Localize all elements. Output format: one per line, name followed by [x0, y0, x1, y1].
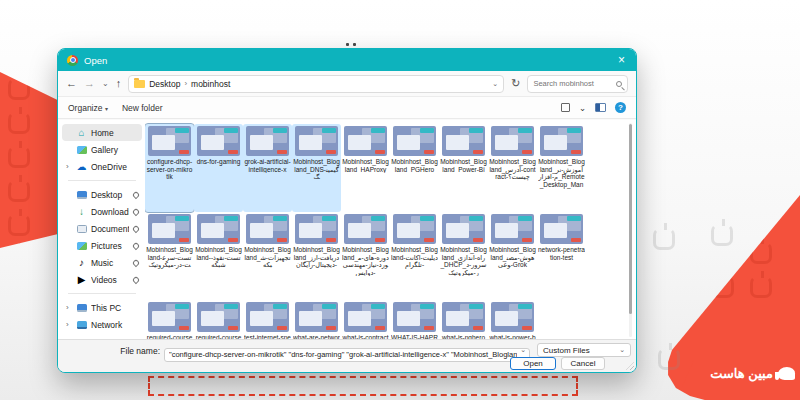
thumbnail-ribbon — [371, 128, 385, 133]
home-icon: ⌂ — [76, 127, 87, 138]
scrollbar-thumb[interactable] — [629, 124, 632, 314]
downloads-icon: ↓ — [76, 206, 87, 217]
brand-watermark-icon — [674, 276, 696, 298]
file-grid: configure-dhcp-server-on-mikrotik dns-fo… — [145, 120, 625, 340]
file-item[interactable]: Mobinhost_Blogland_هوش-مصنوعی-Grok — [488, 212, 537, 300]
file-item[interactable]: Mobinhost_Blogland-تست-نفوذ-شبکه — [194, 212, 243, 300]
pin-icon — [132, 207, 140, 215]
breadcrumb-mobinhost[interactable]: mobinhost — [191, 79, 230, 89]
file-item[interactable]: configure-dhcp-server-on-mikrotik — [145, 124, 194, 212]
file-item[interactable]: required-courses-for-network-spe — [194, 300, 243, 340]
sidebar-item-home[interactable]: › ⌂ Home — [62, 124, 142, 141]
help-icon[interactable]: ? — [615, 102, 626, 113]
file-item[interactable]: Mobinhost_Blogland_آموزش-نرم-افزار_Remot… — [537, 124, 586, 212]
refresh-icon[interactable]: ↻ — [511, 77, 520, 90]
chevron-right-icon[interactable]: › — [66, 163, 72, 171]
chevron-down-icon[interactable]: ⌄ — [520, 346, 526, 354]
sidebar-item-label: Documents — [91, 224, 129, 234]
search-input[interactable] — [533, 79, 613, 88]
brand-watermark-icon — [8, 146, 30, 168]
network-icon — [76, 319, 87, 330]
forward-icon[interactable]: → — [84, 78, 95, 89]
file-item[interactable]: Mobinhost_Blogland_DNS-گیمینگ — [292, 124, 341, 212]
file-item[interactable]: Mobinhost_Blogland_تجهیزات-شبکه — [243, 212, 292, 300]
organize-button[interactable]: Organize ▾ — [68, 103, 108, 113]
file-thumbnail — [491, 126, 534, 156]
sidebar-separator — [68, 293, 136, 294]
chevron-right-icon[interactable]: › — [66, 304, 72, 312]
resize-grip[interactable] — [626, 362, 634, 370]
file-item[interactable]: what-are-network-equipment — [292, 300, 341, 340]
file-type-select[interactable]: Custom Files ⌄ — [537, 343, 631, 357]
thumbnail-ribbon — [567, 128, 581, 133]
file-item[interactable]: Mobinhost_Blogland_راه-اندازی_DHCP_سرور-… — [439, 212, 488, 300]
cancel-button[interactable]: Cancel — [561, 357, 605, 370]
file-item[interactable]: Mobinhost_Blogland_دوره-های-مورد-نیاز-مه… — [341, 212, 390, 300]
file-item[interactable]: what-is-power-bi — [488, 300, 537, 340]
file-item[interactable]: Mobinhost_Blogland_آدرس-contract-چیست؟ — [488, 124, 537, 212]
sidebar-item-gallery[interactable]: › Gallery — [62, 141, 142, 158]
sidebar-item-desktop[interactable]: › Desktop — [62, 186, 142, 203]
file-item[interactable]: test-internet-speed-on-mikrotik — [243, 300, 292, 340]
file-name-label: network-penetration-test — [538, 246, 585, 261]
thumbnail-ribbon — [420, 304, 434, 309]
sidebar-item-videos[interactable]: › ▶ Videos — [62, 271, 142, 288]
sidebar-item-label: Gallery — [91, 145, 139, 155]
breadcrumb-desktop[interactable]: Desktop — [149, 79, 180, 89]
thumbnail-ribbon — [273, 216, 287, 221]
sidebar-item-music[interactable]: › ♪ Music — [62, 254, 142, 271]
file-item[interactable]: dns-for-gaming — [194, 124, 243, 212]
file-item[interactable]: Mobinhost_Blogland_HAProxy — [341, 124, 390, 212]
sidebar-item-downloads[interactable]: › ↓ Downloads — [62, 203, 142, 220]
view-options-icon[interactable] — [561, 103, 570, 112]
thumbnail-ribbon — [518, 216, 532, 221]
search-box[interactable] — [527, 75, 628, 93]
file-item[interactable]: network-penetration-test — [537, 212, 586, 300]
file-name-label: configure-dhcp-server-on-mikrotik — [146, 158, 193, 181]
up-icon[interactable]: ↑ — [116, 78, 122, 89]
sidebar-item-pictures[interactable]: › Pictures — [62, 237, 142, 254]
brand-watermark-icon — [711, 224, 733, 246]
file-name-label: Mobinhost_Blogland_تجهیزات-شبکه — [244, 246, 291, 269]
sidebar-item-this-pc[interactable]: › This PC — [62, 299, 142, 316]
file-name-input[interactable] — [164, 348, 530, 362]
file-item[interactable]: WHAT-IS-HAPROXY — [390, 300, 439, 340]
thumbnail-ribbon — [224, 304, 238, 309]
thumbnail-ribbon — [273, 128, 287, 133]
chevron-down-icon[interactable]: ⌄ — [579, 103, 586, 113]
file-item[interactable]: required-courses-for-devops-engi — [145, 300, 194, 340]
chevron-right-icon[interactable]: › — [66, 321, 72, 329]
new-folder-button[interactable]: New folder — [122, 103, 163, 113]
back-icon[interactable]: ← — [66, 78, 77, 89]
sidebar-item-documents[interactable]: › Documents — [62, 220, 142, 237]
file-thumbnail — [540, 214, 583, 244]
file-name-label: Mobinhost_Blogland_آموزش-نرم-افزار_Remot… — [538, 158, 585, 190]
file-item[interactable]: grok-ai-artificial-intelligence-x — [243, 124, 292, 212]
file-thumbnail — [197, 302, 240, 332]
chevron-down-icon[interactable]: ⌄ — [492, 80, 498, 88]
pin-icon — [132, 241, 140, 249]
file-item[interactable]: what-is-pghero — [439, 300, 488, 340]
breadcrumb[interactable]: Desktop › mobinhost ⌄ — [128, 75, 504, 93]
file-name-combobox[interactable]: ⌄ — [164, 343, 530, 357]
file-item[interactable]: what-is-contract-address — [341, 300, 390, 340]
brand-watermark-icon — [658, 348, 680, 370]
brand-watermark-icon — [750, 208, 772, 230]
brand-watermark-icon — [750, 242, 772, 264]
thumbnail-ribbon — [273, 304, 287, 309]
file-name-label: Mobinhost_Blogland-دیلیت-اکانت-تلگرام — [391, 246, 438, 269]
mobinhost-brand-banner: مبین هاست — [682, 360, 800, 387]
recent-locations-icon[interactable]: ⌄ — [102, 80, 109, 88]
file-item[interactable]: Mobinhost_Blogland-تست-سرعت-در-میکروتیک — [145, 212, 194, 300]
file-item[interactable]: Mobinhost_Blogland_دریافت-ارز-دیجیتال-را… — [292, 212, 341, 300]
file-item[interactable]: Mobinhost_Blogland-دیلیت-اکانت-تلگرام — [390, 212, 439, 300]
sidebar-item-onedrive[interactable]: › ☁ OneDrive — [62, 158, 142, 175]
file-item[interactable]: Mobinhost_Blogland_PGHero — [390, 124, 439, 212]
sidebar-item-label: This PC — [91, 303, 139, 313]
file-item[interactable]: Mobinhost_Blogland_Power-Bi — [439, 124, 488, 212]
open-button[interactable]: Open — [510, 357, 556, 370]
close-icon[interactable]: × — [616, 54, 627, 66]
brand-watermark-icon — [674, 208, 696, 230]
sidebar-item-network[interactable]: › Network — [62, 316, 142, 333]
preview-pane-icon[interactable] — [595, 103, 606, 112]
